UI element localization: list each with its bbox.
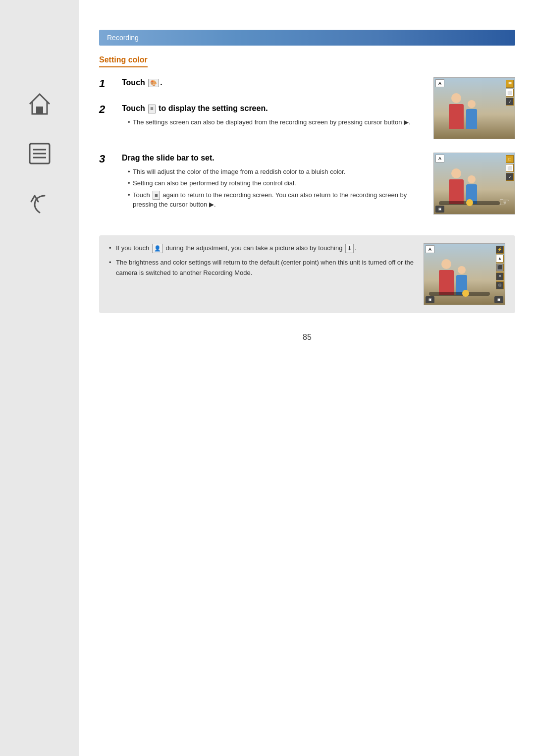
figure-2-bg: A □ ⬜ ✓ ▣ ☞: [434, 153, 515, 214]
step-2-main: Touch ≡ to display the setting screen.: [122, 103, 424, 114]
step-1-content: 1 Touch 🎨. 2 Touch ≡ to display the sett…: [99, 77, 424, 141]
figure-1-bg: A ☰ ⬜ ✓: [434, 78, 515, 139]
fig1-icon-1: ☰: [506, 80, 514, 88]
home-button[interactable]: [25, 89, 54, 119]
step-3: 3 Drag the slide bar to set. This will a…: [99, 153, 424, 212]
step-2-content: Touch ≡ to display the setting screen. T…: [122, 103, 424, 129]
step-1-text: Touch 🎨.: [122, 77, 424, 91]
step-1-icon: 🎨: [148, 79, 159, 87]
step-1-main: Touch 🎨.: [122, 77, 424, 88]
fig2-person-1: [449, 179, 464, 204]
fig3-icon-3: ⬛: [496, 264, 504, 271]
fig3-slide-indicator: [462, 290, 469, 297]
fig3-icon-4: ✦: [496, 272, 504, 280]
info-bullet-2: The brightness and color settings will r…: [109, 258, 414, 278]
step-3-row: 3 Drag the slide bar to set. This will a…: [99, 153, 515, 223]
fig2-bottom-icon-left: ▣: [435, 206, 444, 213]
fig2-cam-icons: □ ⬜ ✓: [506, 155, 514, 181]
fig3-icon-2: ▲: [496, 255, 504, 263]
fig2-icon-2: ⬜: [506, 164, 514, 172]
page-number: 85: [99, 333, 515, 342]
fig3-icon-1: ⚡: [496, 246, 504, 254]
step-1-row: 1 Touch 🎨. 2 Touch ≡ to display the sett…: [99, 77, 515, 141]
info-bullet-1: If you touch 👤 during the adjustment, yo…: [109, 243, 414, 254]
step-3-number: 3: [99, 153, 114, 165]
back-button[interactable]: [25, 188, 54, 218]
fig3-bottom-icons: ▣ ▣: [426, 296, 503, 303]
fig2-icon-1: □: [506, 155, 514, 163]
fig1-icon-2: ⬜: [506, 89, 514, 97]
fig1-cam-icons: ☰ ⬜ ✓: [506, 80, 514, 106]
info-box: If you touch 👤 during the adjustment, yo…: [99, 235, 515, 313]
step-2-bullet-1: The settings screen can also be displaye…: [128, 117, 424, 127]
fig3-icon-5: ⊞: [496, 281, 504, 289]
fig2-a-badge: A: [435, 155, 444, 162]
info-icon-2: ⬇: [345, 244, 354, 254]
fig2-slide-indicator: [466, 199, 473, 206]
step-1-number: 1: [99, 77, 114, 90]
step-3-bullet-3: Touch ≡ again to return to the recording…: [128, 190, 424, 210]
fig2-hand-gesture: ☞: [499, 195, 510, 209]
fig3-a-badge: A: [426, 245, 434, 253]
figure-2: A □ ⬜ ✓ ▣ ☞: [433, 153, 515, 215]
info-icon-1: 👤: [152, 244, 163, 254]
step-2-number: 2: [99, 103, 114, 116]
svg-rect-0: [36, 107, 43, 114]
fig3-bottom-icon-left: ▣: [426, 296, 434, 303]
section-title: Setting color: [99, 55, 148, 67]
step-3-inline-icon: ≡: [153, 191, 160, 200]
step-3-content: Drag the slide bar to set. This will adj…: [122, 153, 424, 212]
fig3-bottom-icon-right: ▣: [494, 296, 503, 303]
fig3-cam-icons: ⚡ ▲ ⬛ ✦ ⊞: [496, 246, 504, 289]
step-2: 2 Touch ≡ to display the setting screen.…: [99, 103, 424, 129]
fig1-a-badge: A: [435, 79, 444, 87]
fig3-person-1: [439, 270, 454, 295]
header-bar: Recording: [99, 30, 515, 46]
fig1-person-1: [449, 104, 464, 129]
figure-1: A ☰ ⬜ ✓: [433, 77, 515, 139]
fig2-slide-bar: [439, 201, 500, 205]
main-content: Recording Setting color 1 Touch 🎨. 2 Tou…: [79, 0, 535, 756]
step-1: 1 Touch 🎨.: [99, 77, 424, 91]
figure-3-bg: A ⚡ ▲ ⬛ ✦ ⊞ ▣ ▣: [424, 244, 505, 305]
step-2-icon: ≡: [148, 105, 155, 113]
fig3-slide-bar: [429, 292, 490, 296]
step-3-bullet-1: This will adjust the color of the image …: [128, 167, 424, 177]
fig1-person-2: [466, 109, 477, 129]
step-3-left: 3 Drag the slide bar to set. This will a…: [99, 153, 424, 223]
menu-button[interactable]: [25, 139, 54, 168]
fig1-icon-3: ✓: [506, 98, 514, 106]
sidebar: [0, 0, 79, 756]
fig2-icon-3: ✓: [506, 173, 514, 181]
step-3-bullet-2: Setting can also be performed by rotatin…: [128, 178, 424, 188]
header-text: Recording: [107, 34, 139, 42]
step-3-main: Drag the slide bar to set.: [122, 153, 424, 163]
figure-3: A ⚡ ▲ ⬛ ✦ ⊞ ▣ ▣: [424, 243, 505, 305]
info-box-text: If you touch 👤 during the adjustment, yo…: [109, 243, 414, 282]
